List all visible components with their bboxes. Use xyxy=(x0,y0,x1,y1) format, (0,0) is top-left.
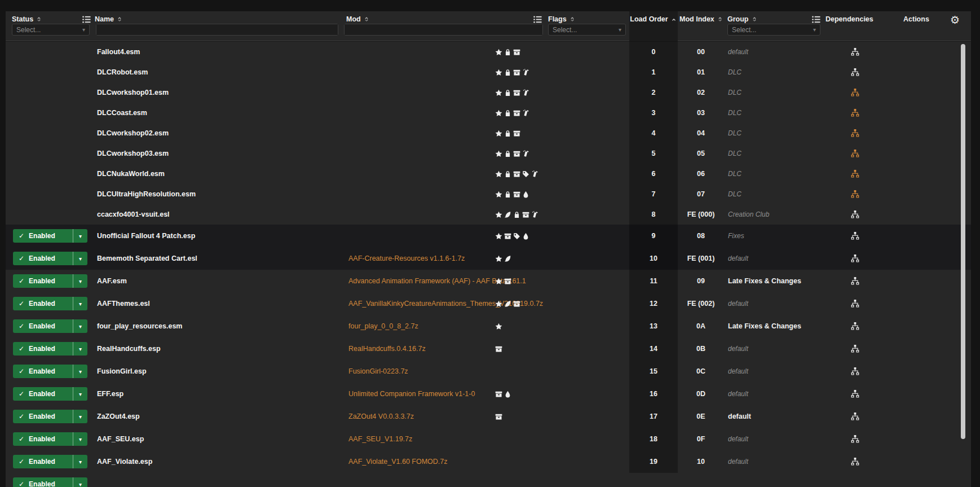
status-toggle-button[interactable]: ✓Enabled▾ xyxy=(13,365,87,378)
mod-link[interactable]: FusionGirl-0223.7z xyxy=(348,360,408,383)
status-dropdown-caret[interactable]: ▾ xyxy=(73,410,87,423)
vertical-scrollbar[interactable] xyxy=(961,44,965,439)
status-toggle-button[interactable]: ✓Enabled▾ xyxy=(13,229,87,243)
dependencies-cell[interactable] xyxy=(846,428,864,450)
plugin-row[interactable]: DLCworkshop02.esm404DLC xyxy=(6,123,971,143)
status-toggle-main[interactable]: ✓Enabled xyxy=(13,432,73,446)
group-value[interactable]: DLC xyxy=(728,164,741,184)
status-dropdown-caret[interactable]: ▾ xyxy=(73,274,87,288)
column-header-mod[interactable]: Mod xyxy=(346,15,370,24)
status-toggle-button[interactable]: ✓Enabled▾ xyxy=(13,274,87,288)
status-toggle-button[interactable]: ✓Enabled▾ xyxy=(13,319,87,333)
group-value[interactable]: default xyxy=(728,337,748,360)
plugin-row[interactable]: DLCCoast.esm303DLC xyxy=(6,103,971,123)
dependencies-cell[interactable] xyxy=(846,164,864,184)
group-value[interactable]: Fixes xyxy=(728,225,744,247)
plugin-row[interactable]: ✓Enabled▾four_play_resources.esmfour_pla… xyxy=(6,315,971,337)
plugin-row[interactable]: ✓Enabled▾Bememoth Separated Cart.eslAAF-… xyxy=(6,247,971,270)
mod-link[interactable]: four_play_0_0_8_2.7z xyxy=(348,315,418,337)
group-value[interactable]: default xyxy=(728,383,748,405)
status-toggle-main[interactable]: ✓Enabled xyxy=(13,319,73,333)
status-filter-select[interactable]: Select...▾ xyxy=(12,24,90,36)
plugin-row[interactable]: ✓Enabled▾ZaZOut4.espZaZOut4 V0.0.3.3.7z1… xyxy=(6,405,971,428)
mod-link[interactable]: ZaZOut4 V0.0.3.3.7z xyxy=(348,405,414,428)
dependencies-cell[interactable] xyxy=(846,383,864,405)
status-toggle-main[interactable]: ✓Enabled xyxy=(13,297,73,310)
name-filter-input[interactable] xyxy=(96,24,338,35)
settings-gear-icon[interactable]: ⚙ xyxy=(950,12,960,28)
column-menu-icon[interactable] xyxy=(812,15,820,24)
group-value[interactable]: Creation Club xyxy=(728,204,769,225)
status-toggle-button[interactable]: ✓Enabled▾ xyxy=(13,252,87,265)
group-value[interactable]: DLC xyxy=(728,82,741,103)
status-dropdown-caret[interactable]: ▾ xyxy=(73,342,87,356)
plugin-row[interactable]: ✓Enabled▾AAF_Violate.espAAF_Violate_V1.6… xyxy=(6,450,971,473)
plugin-row[interactable]: ✓Enabled▾EFF.espUnlimited Companion Fram… xyxy=(6,383,971,405)
group-value[interactable]: DLC xyxy=(728,143,741,164)
mod-link[interactable]: AAF-Creature-Resources v1.1.6-1.7z xyxy=(348,247,465,270)
dependencies-cell[interactable] xyxy=(846,292,864,315)
group-value[interactable]: Late Fixes & Changes xyxy=(728,315,801,337)
group-value[interactable]: default xyxy=(728,360,748,383)
dependencies-cell[interactable] xyxy=(846,42,864,62)
group-value[interactable]: default xyxy=(728,42,748,62)
status-dropdown-caret[interactable]: ▾ xyxy=(73,297,87,310)
column-header-group[interactable]: Group xyxy=(727,15,758,24)
status-toggle-button[interactable]: ✓Enabled▾ xyxy=(13,297,87,310)
column-header-flags[interactable]: Flags xyxy=(548,15,576,24)
status-dropdown-caret[interactable]: ▾ xyxy=(73,387,87,401)
column-header-load-order[interactable]: Load Order xyxy=(629,11,678,41)
mod-link[interactable]: RealHandcuffs.0.4.16.7z xyxy=(348,337,426,360)
group-value[interactable]: default xyxy=(728,292,748,315)
status-toggle-main[interactable]: ✓Enabled xyxy=(13,365,73,378)
dependencies-cell[interactable] xyxy=(846,62,864,82)
group-filter-select[interactable]: Select...▾ xyxy=(727,24,820,36)
status-dropdown-caret[interactable]: ▾ xyxy=(73,455,87,468)
status-toggle-button[interactable]: ✓Enabled▾ xyxy=(13,477,87,487)
plugin-row[interactable]: Fallout4.esm000default xyxy=(6,42,971,62)
mod-filter-input[interactable] xyxy=(345,24,542,35)
status-toggle-main[interactable]: ✓Enabled xyxy=(13,410,73,423)
status-toggle-main[interactable]: ✓Enabled xyxy=(13,387,73,401)
dependencies-cell[interactable] xyxy=(846,405,864,428)
status-dropdown-caret[interactable]: ▾ xyxy=(73,432,87,446)
dependencies-cell[interactable] xyxy=(846,204,864,225)
group-value[interactable]: Late Fixes & Changes xyxy=(728,270,801,292)
group-value[interactable]: default xyxy=(728,450,748,473)
plugin-row[interactable]: DLCNukaWorld.esm606DLC xyxy=(6,164,971,184)
status-toggle-button[interactable]: ✓Enabled▾ xyxy=(13,387,87,401)
dependencies-cell[interactable] xyxy=(846,360,864,383)
mod-link[interactable]: Unlimited Companion Framework v1-1-0 xyxy=(348,383,475,405)
plugin-row[interactable]: ✓Enabled▾AAF_SEU.espAAF_SEU_V1.19.7z180F… xyxy=(6,428,971,450)
plugin-row-partial[interactable]: ✓Enabled▾ xyxy=(6,473,971,487)
group-value[interactable]: default xyxy=(728,405,751,428)
group-value[interactable]: DLC xyxy=(728,103,741,123)
group-value[interactable]: DLC xyxy=(728,123,741,143)
dependencies-cell[interactable] xyxy=(846,270,864,292)
plugin-row[interactable]: DLCworkshop03.esm505DLC xyxy=(6,143,971,164)
flags-filter-select[interactable]: Select...▾ xyxy=(548,24,626,36)
status-toggle-main[interactable]: ✓Enabled xyxy=(13,229,73,243)
column-menu-icon[interactable] xyxy=(533,15,542,24)
status-dropdown-caret[interactable]: ▾ xyxy=(73,229,87,243)
dependencies-cell[interactable] xyxy=(846,143,864,164)
plugin-row[interactable]: DLCworkshop01.esm202DLC xyxy=(6,82,971,103)
group-value[interactable]: default xyxy=(728,428,748,450)
plugin-row[interactable]: DLCRobot.esm101DLC xyxy=(6,62,971,82)
status-toggle-button[interactable]: ✓Enabled▾ xyxy=(13,455,87,468)
plugin-row[interactable]: ✓Enabled▾AAF.esmAdvanced Animation Frame… xyxy=(6,270,971,292)
dependencies-cell[interactable] xyxy=(846,82,864,103)
plugin-row[interactable]: ✓Enabled▾FusionGirl.espFusionGirl-0223.7… xyxy=(6,360,971,383)
plugin-row[interactable]: ✓Enabled▾RealHandcuffs.espRealHandcuffs.… xyxy=(6,337,971,360)
status-toggle-button[interactable]: ✓Enabled▾ xyxy=(13,342,87,356)
column-header-mod-index[interactable]: Mod Index xyxy=(679,15,723,24)
dependencies-cell[interactable] xyxy=(846,184,864,204)
mod-link[interactable]: AAF_Violate_V1.60 FOMOD.7z xyxy=(348,450,448,473)
dependencies-cell[interactable] xyxy=(846,225,864,247)
group-value[interactable]: DLC xyxy=(728,62,741,82)
status-toggle-main[interactable]: ✓Enabled xyxy=(13,455,73,468)
mod-link[interactable]: AAF_SEU_V1.19.7z xyxy=(348,428,412,450)
status-dropdown-caret[interactable]: ▾ xyxy=(73,252,87,265)
plugin-row[interactable]: ✓Enabled▾Unofficial Fallout 4 Patch.esp9… xyxy=(6,225,971,247)
dependencies-cell[interactable] xyxy=(846,337,864,360)
